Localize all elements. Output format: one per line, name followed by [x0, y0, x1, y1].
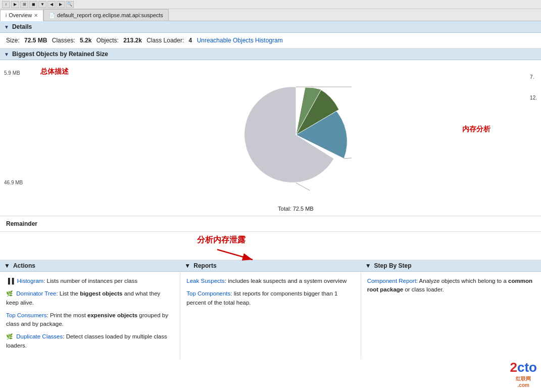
biggest-header-label: Biggest Objects by Retained Size: [12, 51, 108, 58]
step-col: ▼ Step By Step Component Report: Analyze…: [361, 260, 541, 359]
chart-right-labels: 7. 12.: [530, 74, 537, 101]
top-components-link[interactable]: Top Components: [186, 290, 230, 297]
tab-bar: i Overview ✕ 📄 default_report org.eclips…: [0, 9, 541, 21]
right-label-1: 7.: [530, 74, 537, 80]
leak-suspects-link[interactable]: Leak Suspects: [186, 278, 224, 284]
component-report-desc1: : Analyze objects which belong to a: [416, 278, 508, 284]
tab-report-icon: 📄: [49, 13, 55, 18]
action-duplicate-classes: 🌿 Duplicate Classes: Detect classes load…: [6, 332, 174, 350]
classloader-value: 4: [189, 37, 192, 44]
unreachable-link[interactable]: Unreachable Objects Histogram: [197, 37, 283, 44]
dup-icon: 🌿: [6, 333, 13, 339]
details-header-label: Details: [12, 23, 32, 30]
tab-overview[interactable]: i Overview ✕: [0, 10, 43, 21]
close-icon[interactable]: ✕: [34, 13, 38, 18]
step-header[interactable]: ▼ Step By Step: [361, 260, 541, 272]
actions-col: ▼ Actions ▐▐ Histogram: Lists number of …: [0, 260, 180, 359]
toolbar-btn-grid[interactable]: ⊞: [20, 1, 28, 8]
dominator-bold: biggest objects: [80, 290, 122, 297]
top-consumers-desc1: : Print the most: [47, 312, 88, 318]
chart-section: 总体描述 5.9 MB 46.9 MB: [0, 60, 541, 216]
pie-chart: [240, 79, 352, 190]
svg-line-4: [217, 250, 253, 260]
actions-header-label: Actions: [13, 262, 35, 269]
reports-arrow-icon: ▼: [184, 262, 190, 269]
watermark-main: 2: [510, 360, 517, 375]
toolbar-btn-left[interactable]: ◀: [47, 1, 56, 8]
action-dominator-tree: 🌿 Dominator Tree: List the biggest objec…: [6, 289, 174, 307]
watermark-sub: 红联网: [510, 375, 537, 382]
classloader-label: Class Loader:: [146, 37, 184, 44]
annotation-area: 分析内存泄露: [0, 232, 541, 260]
objects-label: Objects:: [96, 37, 119, 44]
y-label-top: 5.9 MB: [4, 70, 20, 76]
tab-default-report[interactable]: 📄 default_report org.eclipse.mat.api:sus…: [43, 9, 169, 21]
watermark-com: .com: [510, 382, 537, 388]
remainder-section: Remainder: [0, 216, 541, 232]
dominator-desc1: : List the: [56, 290, 80, 297]
report-leak-suspects: Leak Suspects: includes leak suspects an…: [186, 277, 354, 285]
action-top-consumers: Top Consumers: Print the most expensive …: [6, 311, 174, 329]
actions-arrow-icon: ▼: [4, 262, 10, 269]
biggest-objects-header[interactable]: ▼ Biggest Objects by Retained Size: [0, 48, 541, 60]
toolbar-btn-down[interactable]: ▼: [38, 1, 46, 8]
y-label-bot: 46.9 MB: [4, 180, 23, 185]
three-col-section: ▼ Actions ▐▐ Histogram: Lists number of …: [0, 260, 541, 359]
chart-area: 5.9 MB 46.9 MB: [0, 64, 541, 206]
step-header-label: Step By Step: [374, 262, 412, 269]
leak-suspects-desc: : includes leak suspects and a system ov…: [225, 278, 347, 284]
toolbar-btn-search[interactable]: 🔍: [66, 1, 74, 8]
toolbar-btn-i[interactable]: i: [2, 1, 10, 8]
chart-total: Total: 72.5 MB: [51, 206, 541, 214]
actions-header[interactable]: ▼ Actions: [0, 260, 180, 272]
toolbar-btn-stop[interactable]: ◼: [29, 1, 37, 8]
tab-overview-icon: i: [6, 13, 7, 18]
tab-overview-label: Overview: [9, 12, 32, 18]
watermark-cto: cto: [517, 360, 537, 375]
biggest-arrow-icon: ▼: [4, 52, 9, 57]
reports-header-label: Reports: [193, 262, 216, 269]
main-content: ▼ Details Size: 72.5 MB Classes: 5.2k Ob…: [0, 21, 541, 392]
svg-line-2: [296, 183, 352, 190]
details-content: Size: 72.5 MB Classes: 5.2k Objects: 213…: [0, 33, 541, 48]
histogram-desc: : Lists number of instances per class: [43, 278, 137, 284]
histogram-link[interactable]: Histogram: [17, 278, 43, 284]
top-consumers-link[interactable]: Top Consumers: [6, 312, 47, 318]
dominator-tree-link[interactable]: Dominator Tree: [16, 290, 56, 297]
report-top-components: Top Components: list reports for compone…: [186, 289, 354, 307]
size-label: Size:: [6, 37, 20, 44]
step-component-report: Component Report: Analyze objects which …: [367, 277, 535, 295]
classes-value: 5.2k: [80, 37, 91, 44]
mem-annotation: 内存分析: [462, 125, 490, 134]
reports-col: ▼ Reports Leak Suspects: includes leak s…: [180, 260, 361, 359]
component-report-desc2: or class loader.: [403, 286, 444, 292]
right-label-2: 12.: [530, 95, 537, 101]
toolbar: i ▶ ⊞ ◼ ▼ ◀ ▶ 🔍: [0, 0, 541, 9]
hist-icon: ▐▐: [6, 278, 14, 284]
watermark: 2cto 红联网 .com: [510, 360, 537, 388]
step-arrow-icon: ▼: [365, 262, 371, 269]
size-value: 72.5 MB: [24, 37, 47, 44]
leak-annotation-text: 分析内存泄露: [197, 235, 245, 246]
component-report-link[interactable]: Component Report: [367, 278, 416, 284]
duplicate-classes-link[interactable]: Duplicate Classes: [16, 333, 63, 339]
red-arrow-icon: [217, 247, 258, 262]
top-consumers-bold: expensive objects: [87, 312, 137, 318]
details-section-header[interactable]: ▼ Details: [0, 21, 541, 33]
objects-value: 213.2k: [123, 37, 142, 44]
classes-label: Classes:: [52, 37, 75, 44]
tab-report-label: default_report org.eclipse.mat.api:suspe…: [57, 12, 163, 18]
toolbar-btn-right2[interactable]: ▶: [57, 1, 65, 8]
remainder-label: Remainder: [6, 220, 37, 227]
action-histogram: ▐▐ Histogram: Lists number of instances …: [6, 277, 174, 285]
toolbar-btn-play[interactable]: ▶: [11, 1, 19, 8]
reports-header[interactable]: ▼ Reports: [180, 260, 360, 272]
details-arrow-icon: ▼: [4, 24, 9, 30]
tree-icon: 🌿: [6, 290, 13, 297]
